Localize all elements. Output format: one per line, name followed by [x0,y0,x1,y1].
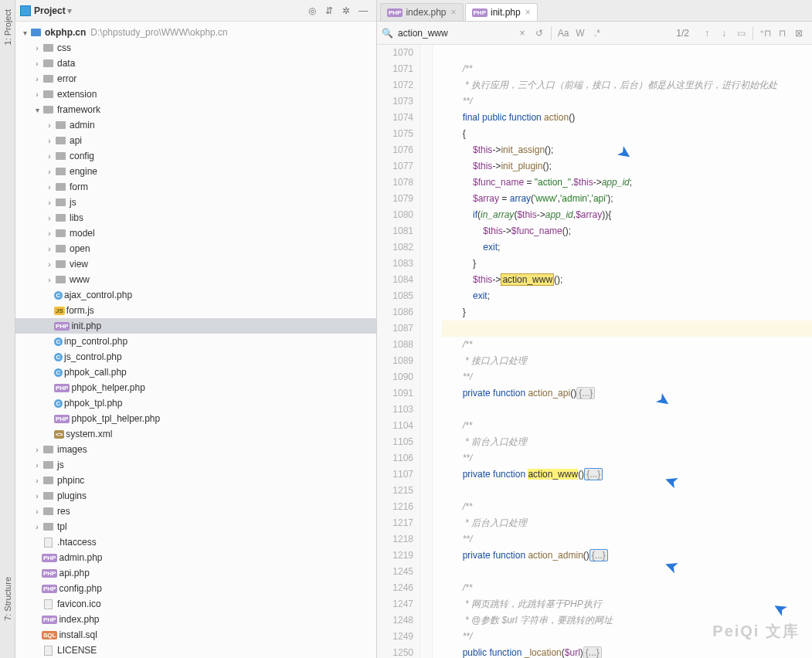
match-case-icon[interactable]: Aa [555,28,572,39]
tree-node[interactable]: <>system.xml [15,426,376,442]
project-title[interactable]: Project [34,5,66,16]
rail-structure-tab[interactable]: 7: Structure [2,571,14,627]
tree-node[interactable]: ›form [15,179,376,195]
project-sidebar: Project ▾ ◎ ⇵ ✲ — ▾okphp.cnD:\phpstudy_p… [15,0,377,658]
tree-node[interactable]: ›model [15,226,376,241]
close-tab-icon[interactable]: × [525,7,531,18]
history-icon[interactable]: ↺ [531,28,548,39]
minimize-icon[interactable]: — [355,5,372,16]
project-tree[interactable]: ▾okphp.cnD:\phpstudy_pro\WWW\okphp.cn›cs… [15,22,376,658]
search-icon: 🔍 [382,28,393,39]
tree-node[interactable]: Cajax_control.php [15,287,376,303]
project-icon [20,5,31,16]
tree-node[interactable]: ›js [15,457,376,473]
tree-node[interactable]: PHPapi.php [15,565,376,581]
tree-node[interactable]: PHPindex.php [15,612,376,627]
tree-node[interactable]: SQLinstall.sql [15,627,376,643]
line-gutter: 1070107110721073107410751076107710781079… [377,45,420,658]
tree-node[interactable]: PHPphpok_helper.php [15,380,376,395]
find-bar: 🔍 × ↺ Aa W .* 1/2 ↑ ↓ ▭ ⁺⊓ ⊓ ⊠ [377,22,812,45]
tree-node[interactable]: ›phpinc [15,473,376,488]
tree-node[interactable]: Cinp_control.php [15,334,376,349]
editor-tabs: PHPindex.php×PHPinit.php× [377,0,812,22]
tree-node[interactable]: PHPconfig.php [15,581,376,596]
tree-node[interactable]: ›config [15,148,376,164]
tree-node[interactable]: ›tpl [15,519,376,534]
select-occ-icon[interactable]: ⊓ [773,28,790,39]
tree-node[interactable]: ›open [15,241,376,256]
tree-node[interactable]: PHPinit.php [15,318,376,334]
tree-node[interactable]: ▾framework [15,102,376,117]
tree-node[interactable]: .htaccess [15,534,376,550]
close-tab-icon[interactable]: × [451,7,457,18]
chevron-down-icon[interactable]: ▾ [67,5,72,16]
tree-node[interactable]: Cphpok_tpl.php [15,395,376,411]
tree-node[interactable]: ›extension [15,86,376,102]
tree-node[interactable]: Cphpok_call.php [15,365,376,380]
match-counter: 1/2 [676,28,689,39]
tree-node[interactable]: PHPadmin.php [15,550,376,565]
tree-node[interactable]: ›css [15,40,376,56]
tree-node[interactable]: ›js [15,195,376,210]
editor-pane: PHPindex.php×PHPinit.php× 🔍 × ↺ Aa W .* … [377,0,812,658]
rail-project-tab[interactable]: 1: Project [2,3,14,51]
sort-icon[interactable]: ⇵ [321,5,338,16]
code-text[interactable]: ➤ ➤ ➤ ➤ ➤ PeiQi 文库 /** * 执行应用，三个入口（前端，接口… [433,45,812,658]
words-icon[interactable]: W [572,28,589,39]
tree-node[interactable]: JSform.js [15,303,376,318]
add-selection-icon[interactable]: ⁺⊓ [756,28,773,39]
tree-node[interactable]: ›images [15,442,376,457]
search-input[interactable] [398,28,514,39]
regex-icon[interactable]: .* [589,28,606,39]
tree-node[interactable]: ›res [15,504,376,519]
settings-icon[interactable]: ✲ [338,5,355,16]
tree-node[interactable]: ›plugins [15,488,376,504]
tree-node[interactable]: ›view [15,256,376,272]
tree-node[interactable]: LICENSE [15,643,376,658]
code-area[interactable]: 1070107110721073107410751076107710781079… [377,45,812,658]
prev-match-icon[interactable]: ↑ [698,28,715,39]
tree-node[interactable]: ›api [15,133,376,148]
remove-occ-icon[interactable]: ⊠ [790,28,807,39]
tree-node[interactable]: ›data [15,56,376,71]
tree-node[interactable]: ›libs [15,210,376,226]
editor-tab[interactable]: PHPindex.php× [380,3,464,21]
watermark-text: PeiQi 文库 [712,623,800,639]
locate-icon[interactable]: ◎ [304,5,321,16]
tree-node[interactable]: ▾okphp.cnD:\phpstudy_pro\WWW\okphp.cn [15,25,376,40]
next-match-icon[interactable]: ↓ [715,28,732,39]
project-toolbar: Project ▾ ◎ ⇵ ✲ — [15,0,376,22]
tree-node[interactable]: Cjs_control.php [15,349,376,365]
tree-node[interactable]: ›admin [15,117,376,133]
tree-node[interactable]: PHPphpok_tpl_helper.php [15,411,376,426]
tree-node[interactable]: ›error [15,71,376,86]
editor-tab[interactable]: PHPinit.php× [465,3,538,21]
left-tool-rail: 1: Project 7: Structure [0,0,15,658]
tree-node[interactable]: favicon.ico [15,596,376,612]
tree-node[interactable]: ›www [15,272,376,287]
fold-column[interactable] [420,45,433,658]
clear-search-icon[interactable]: × [514,28,531,39]
tree-node[interactable]: ›engine [15,164,376,179]
select-all-icon[interactable]: ▭ [732,28,749,39]
